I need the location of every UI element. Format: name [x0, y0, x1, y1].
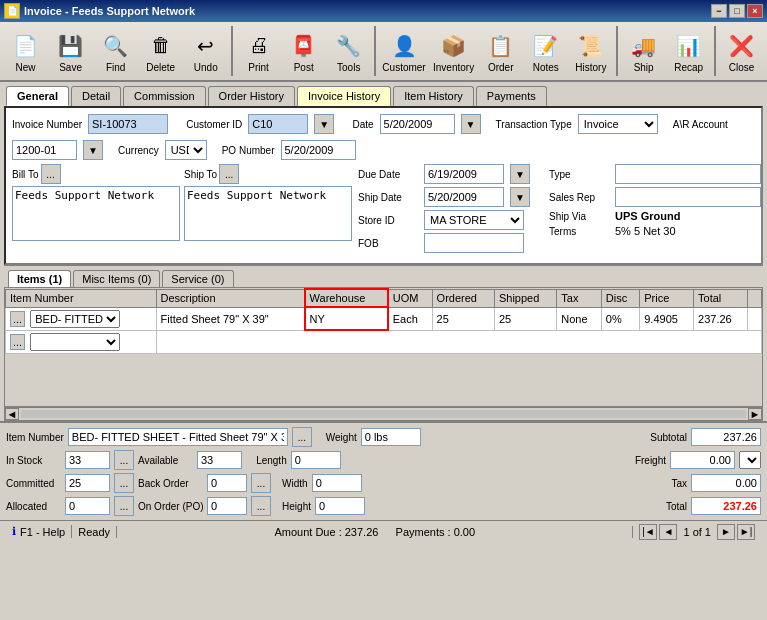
allocated-label: Allocated: [6, 501, 61, 512]
date-input[interactable]: [380, 114, 455, 134]
in-stock-input[interactable]: [65, 451, 110, 469]
height-input[interactable]: [315, 497, 365, 515]
due-date-dropdown-button[interactable]: ▼: [510, 164, 530, 184]
freight-type-select[interactable]: N: [739, 451, 761, 469]
cell-empty-item[interactable]: ...: [6, 330, 157, 353]
tab-commission[interactable]: Commission: [123, 86, 206, 106]
cell-warehouse[interactable]: NY: [305, 307, 388, 330]
on-order-label: On Order (PO): [138, 501, 203, 512]
tab-order-history[interactable]: Order History: [208, 86, 295, 106]
toolbar-history-button[interactable]: 📜 History: [569, 24, 612, 78]
po-number-input[interactable]: [281, 140, 356, 160]
toolbar-new-button[interactable]: 📄 New: [4, 24, 47, 78]
transaction-type-select[interactable]: Invoice: [578, 114, 658, 134]
tab-general[interactable]: General: [6, 86, 69, 106]
ar-account-dropdown-button[interactable]: ▼: [83, 140, 103, 160]
nav-prev-button[interactable]: ◄: [659, 524, 677, 540]
store-id-select[interactable]: MA STORE: [424, 210, 524, 230]
toolbar-order-button[interactable]: 📋 Order: [479, 24, 522, 78]
tax-bottom-input[interactable]: [691, 474, 761, 492]
nav-first-button[interactable]: |◄: [639, 524, 657, 540]
toolbar-recap-button[interactable]: 📊 Recap: [667, 24, 710, 78]
freight-input[interactable]: [670, 451, 735, 469]
date-label: Date: [352, 119, 373, 130]
window-controls: − □ ×: [711, 4, 763, 18]
sales-rep-label: Sales Rep: [549, 192, 609, 203]
toolbar-inventory-button[interactable]: 📦 Inventory: [430, 24, 477, 78]
toolbar-tools-button[interactable]: 🔧 Tools: [327, 24, 370, 78]
minimize-button[interactable]: −: [711, 4, 727, 18]
toolbar-print-button[interactable]: 🖨 Print: [237, 24, 280, 78]
payments-text: Payments : 0.00: [396, 526, 476, 538]
toolbar-undo-button[interactable]: ↩ Undo: [184, 24, 227, 78]
on-order-input[interactable]: [207, 497, 247, 515]
toolbar-find-button[interactable]: 🔍 Find: [94, 24, 137, 78]
bottom-weight-input[interactable]: [361, 428, 421, 446]
in-stock-dots-button[interactable]: ...: [114, 450, 134, 470]
nav-next-button[interactable]: ►: [717, 524, 735, 540]
items-tab-items[interactable]: Items (1): [8, 270, 71, 287]
toolbar-customer-button[interactable]: 👤 Customer: [380, 24, 428, 78]
undo-icon: ↩: [190, 30, 222, 62]
bottom-item-number-input[interactable]: [68, 428, 288, 446]
tab-invoice-history[interactable]: Invoice History: [297, 86, 391, 106]
maximize-button[interactable]: □: [729, 4, 745, 18]
toolbar-ship-button[interactable]: 🚚 Ship: [622, 24, 665, 78]
ship-to-dots-button[interactable]: ...: [219, 164, 239, 184]
on-order-dots-button[interactable]: ...: [251, 496, 271, 516]
items-tab-misc[interactable]: Misc Items (0): [73, 270, 160, 287]
table-row[interactable]: ... BED- FITTED SHEE Fitted Sheet 79" X …: [6, 307, 762, 330]
col-ordered: Ordered: [432, 289, 494, 307]
bill-to-label: Bill To: [12, 169, 39, 180]
item-number-select-2[interactable]: [30, 333, 120, 351]
tab-item-history[interactable]: Item History: [393, 86, 474, 106]
committed-label: Committed: [6, 478, 61, 489]
history-label: History: [575, 62, 606, 73]
customer-id-dots-button[interactable]: ▼: [314, 114, 334, 134]
toolbar-post-button[interactable]: 📮 Post: [282, 24, 325, 78]
date-dropdown-button[interactable]: ▼: [461, 114, 481, 134]
type-input[interactable]: [615, 164, 761, 184]
toolbar-save-button[interactable]: 💾 Save: [49, 24, 92, 78]
length-input[interactable]: [291, 451, 341, 469]
ar-account-input[interactable]: [12, 140, 77, 160]
items-tab-service[interactable]: Service (0): [162, 270, 233, 287]
close-button[interactable]: ×: [747, 4, 763, 18]
back-order-input[interactable]: [207, 474, 247, 492]
invoice-number-input[interactable]: [88, 114, 168, 134]
committed-input[interactable]: [65, 474, 110, 492]
back-order-dots-button[interactable]: ...: [251, 473, 271, 493]
customer-id-input[interactable]: [248, 114, 308, 134]
cell-item-number[interactable]: ... BED- FITTED SHEE: [6, 307, 157, 330]
nav-last-button[interactable]: ►|: [737, 524, 755, 540]
horizontal-scrollbar[interactable]: [21, 410, 746, 418]
sales-rep-input[interactable]: [615, 187, 761, 207]
toolbar-notes-button[interactable]: 📝 Notes: [524, 24, 567, 78]
bill-to-dots-button[interactable]: ...: [41, 164, 61, 184]
width-input[interactable]: [312, 474, 362, 492]
due-date-input[interactable]: [424, 164, 504, 184]
tab-payments[interactable]: Payments: [476, 86, 547, 106]
scroll-left-button[interactable]: ◄: [5, 408, 19, 420]
total-bottom-input[interactable]: [691, 497, 761, 515]
available-input[interactable]: [197, 451, 242, 469]
find-label: Find: [106, 62, 125, 73]
toolbar-delete-button[interactable]: 🗑 Delete: [139, 24, 182, 78]
subtotal-input[interactable]: [691, 428, 761, 446]
toolbar-close-button[interactable]: ❌ Close: [720, 24, 763, 78]
committed-dots-button[interactable]: ...: [114, 473, 134, 493]
allocated-dots-button[interactable]: ...: [114, 496, 134, 516]
allocated-input[interactable]: [65, 497, 110, 515]
bottom-item-dots-button[interactable]: ...: [292, 427, 312, 447]
ship-date-input[interactable]: [424, 187, 504, 207]
ship-to-textarea[interactable]: Feeds Support Network: [184, 186, 352, 241]
fob-input[interactable]: [424, 233, 524, 253]
inventory-label: Inventory: [433, 62, 474, 73]
bill-to-textarea[interactable]: Feeds Support Network: [12, 186, 180, 241]
currency-select[interactable]: USD: [165, 140, 207, 160]
item-number-select[interactable]: BED- FITTED SHEE: [30, 310, 120, 328]
scroll-right-button[interactable]: ►: [748, 408, 762, 420]
tab-detail[interactable]: Detail: [71, 86, 121, 106]
table-row-empty[interactable]: ...: [6, 330, 762, 353]
ship-date-dropdown-button[interactable]: ▼: [510, 187, 530, 207]
